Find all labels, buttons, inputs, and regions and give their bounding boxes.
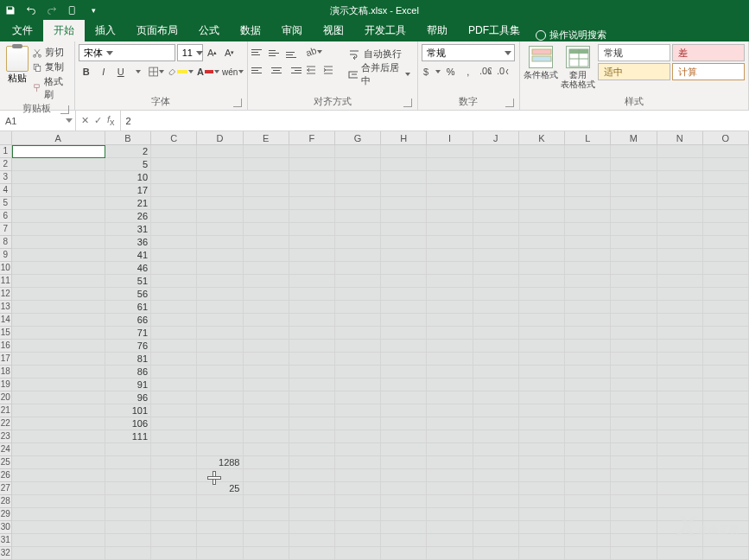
- cell[interactable]: 91: [105, 379, 151, 391]
- cell[interactable]: [657, 171, 703, 184]
- cell[interactable]: [197, 145, 243, 158]
- cell[interactable]: [335, 158, 381, 171]
- cell[interactable]: [611, 288, 657, 301]
- cell[interactable]: [427, 158, 473, 171]
- cell[interactable]: [105, 456, 151, 469]
- cell[interactable]: [657, 236, 703, 249]
- cell[interactable]: 96: [105, 391, 151, 404]
- cell[interactable]: [244, 495, 289, 508]
- cell[interactable]: [12, 521, 105, 534]
- cell[interactable]: [427, 184, 473, 197]
- cell[interactable]: [197, 508, 243, 521]
- row-header[interactable]: 14: [0, 314, 12, 327]
- cell[interactable]: [611, 184, 657, 197]
- cell[interactable]: [427, 262, 473, 275]
- cell[interactable]: [473, 430, 519, 443]
- cell[interactable]: [611, 353, 657, 366]
- cell[interactable]: 21: [105, 197, 151, 210]
- cell[interactable]: [565, 288, 611, 301]
- tab-developer[interactable]: 开发工具: [354, 20, 416, 41]
- cell[interactable]: [381, 417, 427, 430]
- cell[interactable]: [657, 482, 703, 495]
- cell[interactable]: [244, 469, 289, 482]
- cell[interactable]: [427, 223, 473, 236]
- cell[interactable]: [197, 430, 243, 443]
- cell[interactable]: [244, 314, 289, 327]
- cell[interactable]: [151, 508, 197, 521]
- cell[interactable]: [703, 236, 749, 249]
- cell[interactable]: [519, 275, 565, 288]
- cell[interactable]: [197, 353, 243, 366]
- cell[interactable]: [519, 262, 565, 275]
- cell[interactable]: [151, 379, 197, 391]
- cell[interactable]: [12, 301, 105, 314]
- cell[interactable]: [197, 262, 243, 275]
- cell[interactable]: [289, 353, 335, 366]
- cell[interactable]: [657, 145, 703, 158]
- cell[interactable]: [473, 158, 519, 171]
- cell[interactable]: [427, 236, 473, 249]
- cell[interactable]: [611, 262, 657, 275]
- cell[interactable]: [427, 197, 473, 210]
- cell[interactable]: [12, 145, 105, 158]
- cell[interactable]: [473, 171, 519, 184]
- tab-formulas[interactable]: 公式: [188, 20, 230, 41]
- style-normal[interactable]: 常规: [598, 44, 670, 61]
- tab-review[interactable]: 审阅: [271, 20, 313, 41]
- cell[interactable]: [565, 314, 611, 327]
- cell[interactable]: [703, 262, 749, 275]
- cell[interactable]: 106: [105, 417, 151, 430]
- cell[interactable]: [473, 456, 519, 469]
- cell[interactable]: [197, 223, 243, 236]
- align-right-icon[interactable]: [286, 62, 302, 78]
- font-launcher-icon[interactable]: [233, 99, 242, 107]
- cell[interactable]: [244, 534, 289, 547]
- cell[interactable]: 101: [105, 404, 151, 417]
- cell[interactable]: [335, 249, 381, 262]
- cell[interactable]: [105, 495, 151, 508]
- col-header-L[interactable]: L: [565, 131, 611, 145]
- cell[interactable]: [703, 547, 749, 560]
- cell[interactable]: [519, 469, 565, 482]
- cell[interactable]: [381, 158, 427, 171]
- cell[interactable]: 25: [197, 482, 243, 495]
- cell[interactable]: [289, 171, 335, 184]
- row-header[interactable]: 32: [0, 547, 12, 560]
- cell[interactable]: [12, 547, 105, 560]
- cell[interactable]: [335, 171, 381, 184]
- cell[interactable]: [197, 404, 243, 417]
- cell[interactable]: [289, 288, 335, 301]
- cell[interactable]: [565, 417, 611, 430]
- cell[interactable]: [289, 262, 335, 275]
- cell[interactable]: [151, 534, 197, 547]
- col-header-E[interactable]: E: [244, 131, 289, 145]
- cell[interactable]: [427, 379, 473, 391]
- cell[interactable]: [381, 508, 427, 521]
- cell[interactable]: [611, 327, 657, 340]
- cell[interactable]: [611, 443, 657, 456]
- cell[interactable]: [335, 301, 381, 314]
- cell[interactable]: [151, 495, 197, 508]
- cell[interactable]: [289, 417, 335, 430]
- cell[interactable]: [657, 469, 703, 482]
- cell[interactable]: [335, 379, 381, 391]
- cell[interactable]: [611, 275, 657, 288]
- cell[interactable]: [335, 391, 381, 404]
- cell[interactable]: [151, 469, 197, 482]
- comma-format-icon[interactable]: ,: [460, 64, 476, 80]
- cell[interactable]: [381, 301, 427, 314]
- cell[interactable]: [611, 379, 657, 391]
- shrink-font-icon[interactable]: A▾: [222, 45, 238, 60]
- cell[interactable]: [657, 430, 703, 443]
- cell[interactable]: [611, 197, 657, 210]
- cell[interactable]: [335, 210, 381, 223]
- cell[interactable]: [335, 145, 381, 158]
- cell[interactable]: [12, 340, 105, 353]
- cancel-formula-icon[interactable]: ✕: [81, 115, 89, 126]
- cell[interactable]: [151, 482, 197, 495]
- cell[interactable]: [151, 210, 197, 223]
- cell[interactable]: [703, 158, 749, 171]
- cell[interactable]: [381, 366, 427, 379]
- row-header[interactable]: 7: [0, 223, 12, 236]
- cell[interactable]: [611, 417, 657, 430]
